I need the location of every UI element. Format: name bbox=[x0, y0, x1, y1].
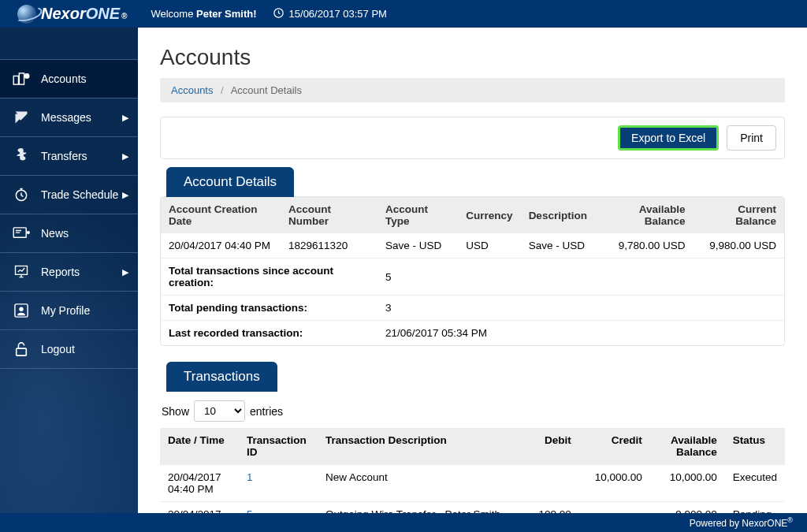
breadcrumb-separator: / bbox=[221, 84, 224, 96]
cell-status: Executed bbox=[725, 465, 785, 502]
col-credit[interactable]: Credit bbox=[579, 428, 650, 465]
entries-label: entries bbox=[250, 405, 283, 418]
transactions-table: Date / Time Transaction ID Transaction D… bbox=[160, 428, 785, 513]
summary-row: Total pending transactions: 3 bbox=[161, 296, 784, 321]
cell-description: New Account bbox=[318, 465, 520, 502]
export-to-excel-button[interactable]: Export to Excel bbox=[618, 125, 719, 151]
transactions-controls: Show 10 entries bbox=[160, 391, 785, 428]
cell-trx-id: 5 bbox=[239, 502, 318, 514]
cell-debit bbox=[520, 465, 579, 502]
reports-icon bbox=[13, 264, 30, 280]
col-available[interactable]: Available Balance bbox=[650, 428, 725, 465]
footer-text: Powered by NexorONE® bbox=[690, 516, 793, 529]
logo-text: NexorONE® bbox=[41, 5, 127, 23]
messages-icon bbox=[13, 110, 30, 125]
sidebar-item-label: Messages bbox=[41, 111, 91, 124]
col-creation-date: Account Creation Date bbox=[161, 197, 281, 233]
profile-icon bbox=[13, 303, 30, 318]
sidebar-item-label: Accounts bbox=[41, 73, 87, 85]
breadcrumb-root[interactable]: Accounts bbox=[171, 84, 213, 96]
action-bar: Export to Excel Print bbox=[160, 117, 785, 159]
chevron-right-icon: ▶ bbox=[122, 267, 128, 277]
summary-row: Last recorded transaction: 21/06/2017 05… bbox=[161, 321, 784, 346]
sidebar-item-accounts[interactable]: Accounts bbox=[0, 59, 138, 99]
sidebar-item-label: Trade Schedule bbox=[41, 188, 118, 201]
chevron-right-icon: ▶ bbox=[122, 151, 128, 162]
news-icon bbox=[13, 225, 30, 241]
print-button[interactable]: Print bbox=[727, 125, 776, 151]
cell-available: 10,000.00 bbox=[650, 465, 725, 502]
chevron-right-icon: ▶ bbox=[122, 113, 128, 123]
summary-label: Total transactions since account creatio… bbox=[161, 259, 377, 296]
sidebar-item-label: Reports bbox=[41, 266, 80, 278]
breadcrumb: Accounts / Account Details bbox=[160, 78, 785, 102]
transactions-tab: Transactions bbox=[166, 362, 277, 392]
transaction-id-link[interactable]: 1 bbox=[247, 471, 253, 483]
summary-value: 21/06/2017 05:34 PM bbox=[377, 321, 784, 346]
sidebar-item-logout[interactable]: Logout bbox=[0, 330, 138, 369]
footer: Powered by NexorONE® bbox=[0, 513, 807, 532]
cell-number: 1829611320 bbox=[281, 233, 377, 259]
svg-rect-1 bbox=[13, 76, 18, 84]
cell-current: 9,980.00 USD bbox=[694, 233, 784, 259]
brand-logo[interactable]: NexorONE® bbox=[16, 3, 127, 25]
summary-value: 3 bbox=[377, 296, 784, 321]
svg-rect-2 bbox=[19, 73, 24, 84]
cell-description: Outgoing Wire Transfer - Peter Smith - P… bbox=[318, 502, 520, 514]
col-currency: Currency bbox=[458, 197, 520, 233]
page-title: Accounts bbox=[160, 45, 785, 70]
account-details-table: Account Creation Date Account Number Acc… bbox=[161, 197, 784, 345]
sidebar: Accounts Messages ▶ Transfers ▶ bbox=[0, 28, 138, 513]
cell-datetime: 20/04/2017 04:40 PM bbox=[160, 465, 239, 502]
sidebar-item-transfers[interactable]: Transfers ▶ bbox=[0, 137, 138, 176]
logo-orb-icon bbox=[16, 3, 38, 25]
col-description: Description bbox=[521, 197, 595, 233]
trade-schedule-icon bbox=[13, 187, 30, 203]
svg-rect-10 bbox=[17, 348, 27, 355]
cell-credit: 10,000.00 bbox=[579, 465, 650, 502]
svg-point-6 bbox=[28, 232, 30, 234]
col-available-balance: Available Balance bbox=[595, 197, 694, 233]
col-account-type: Account Type bbox=[377, 197, 458, 233]
transaction-row: 20/04/2017 04:40 PM 1 New Account 10,000… bbox=[160, 465, 785, 502]
cell-debit: 100.00 bbox=[520, 502, 579, 514]
cell-creation: 20/04/2017 04:40 PM bbox=[161, 233, 281, 259]
clock-icon bbox=[273, 7, 284, 21]
cell-available: 9,780.00 USD bbox=[595, 233, 694, 259]
col-datetime[interactable]: Date / Time bbox=[160, 428, 239, 465]
summary-row: Total transactions since account creatio… bbox=[161, 259, 784, 296]
summary-label: Total pending transactions: bbox=[161, 296, 377, 321]
cell-trx-id: 1 bbox=[239, 465, 318, 502]
sidebar-item-my-profile[interactable]: My Profile bbox=[0, 292, 138, 330]
cell-status: Pending bbox=[725, 502, 785, 514]
col-trx-description[interactable]: Transaction Description bbox=[318, 428, 520, 465]
col-debit[interactable]: Debit bbox=[520, 428, 579, 465]
chevron-right-icon: ▶ bbox=[122, 190, 128, 200]
sidebar-item-label: My Profile bbox=[41, 304, 90, 317]
topbar: NexorONE® Welcome Peter Smith! 15/06/201… bbox=[0, 0, 807, 28]
summary-label: Last recorded transaction: bbox=[161, 321, 377, 346]
sidebar-item-news[interactable]: News bbox=[0, 214, 138, 253]
show-label: Show bbox=[162, 405, 189, 418]
cell-currency: USD bbox=[458, 233, 520, 259]
account-row: 20/04/2017 04:40 PM 1829611320 Save - US… bbox=[161, 233, 784, 259]
svg-point-3 bbox=[24, 74, 28, 78]
sidebar-item-trade-schedule[interactable]: Trade Schedule ▶ bbox=[0, 176, 138, 214]
sidebar-item-messages[interactable]: Messages ▶ bbox=[0, 99, 138, 137]
transactions-panel: Show 10 entries Date / Time Transaction … bbox=[160, 391, 785, 513]
sidebar-item-label: News bbox=[41, 227, 69, 240]
breadcrumb-current: Account Details bbox=[231, 84, 302, 96]
account-details-tab: Account Details bbox=[166, 167, 294, 197]
col-current-balance: Current Balance bbox=[694, 197, 784, 233]
sidebar-item-label: Logout bbox=[41, 343, 75, 355]
header-datetime: 15/06/2017 03:57 PM bbox=[273, 7, 387, 21]
col-trx-id[interactable]: Transaction ID bbox=[239, 428, 318, 465]
main-content: Accounts Accounts / Account Details Expo… bbox=[138, 28, 807, 513]
sidebar-item-label: Transfers bbox=[41, 150, 87, 162]
account-details-panel: Account Creation Date Account Number Acc… bbox=[160, 196, 785, 346]
welcome-text: Welcome Peter Smith! bbox=[151, 8, 256, 20]
sidebar-item-reports[interactable]: Reports ▶ bbox=[0, 253, 138, 292]
col-status[interactable]: Status bbox=[725, 428, 785, 465]
cell-datetime: 20/04/2017 06:17 PM bbox=[160, 502, 239, 514]
entries-select[interactable]: 10 bbox=[194, 400, 245, 422]
